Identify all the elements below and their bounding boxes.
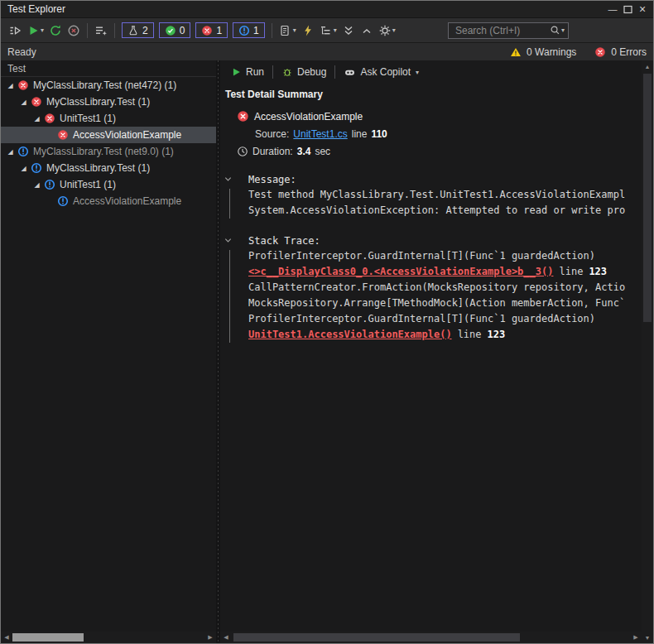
error-icon <box>237 110 249 123</box>
stack-frame-link[interactable]: UnitTest1.AccessViolationExample() <box>248 329 452 340</box>
expander-icon[interactable]: ◢ <box>31 181 43 189</box>
settings-caret-icon[interactable]: ▾ <box>293 26 296 34</box>
search-box[interactable]: ▾ <box>448 22 569 39</box>
scrollbar-thumb[interactable] <box>233 633 520 642</box>
debug-button[interactable]: Debug <box>278 66 329 78</box>
run-after-build-icon[interactable] <box>300 22 316 40</box>
scroll-right-icon[interactable]: ▶ <box>204 632 216 643</box>
stack-frame: MocksRepository.Arrange[TMethodMock](Act… <box>248 296 642 311</box>
bug-icon <box>281 66 293 78</box>
cancel-icon[interactable] <box>65 22 82 40</box>
group-by-icon[interactable]: ▾ <box>318 22 339 40</box>
section-rule <box>229 189 230 219</box>
source-line-number: 110 <box>371 128 387 140</box>
check-circle-icon <box>165 25 176 36</box>
message-label: Message: <box>248 172 642 187</box>
vertical-scrollbar[interactable]: ▲ ▼ <box>642 60 653 643</box>
errors-icon <box>594 46 606 58</box>
run-icon[interactable]: ▾ <box>25 22 46 40</box>
stack-frame: UnitTest1.AccessViolationExample()line12… <box>248 327 642 343</box>
collapse-chevron-icon[interactable] <box>224 172 233 187</box>
tree-row-selected[interactable]: AccessViolationExample <box>1 127 216 143</box>
tree-row[interactable]: ◢ MyClassLibrary.Test (1) <box>1 94 216 110</box>
tree-column-header[interactable]: Test <box>1 60 216 77</box>
scrollbar-thumb[interactable] <box>12 633 84 642</box>
status-right: 0 Warnings 0 Errors <box>510 46 647 58</box>
tree-row[interactable]: ◢ MyClassLibrary.Test (net472) (1) <box>1 77 216 94</box>
tree-row-label: MyClassLibrary.Test (net9.0) (1) <box>33 146 174 157</box>
detail-horizontal-scrollbar[interactable]: ◀ ▶ <box>220 632 642 643</box>
playlist-icon[interactable] <box>93 22 109 40</box>
search-icon[interactable] <box>550 25 560 36</box>
warnings-count[interactable]: 0 Warnings <box>527 46 576 58</box>
source-file-link[interactable]: UnitTest1.cs <box>293 128 347 140</box>
scroll-left-icon[interactable]: ◀ <box>220 632 232 643</box>
run-button[interactable]: Run <box>227 66 267 78</box>
stack-frame: ProfilerInterceptor.GuardInternal[T](Fun… <box>248 311 642 327</box>
error-icon <box>17 79 30 91</box>
scrollbar-thumb[interactable] <box>643 74 652 322</box>
expander-icon[interactable]: ◢ <box>17 165 30 172</box>
tree-row-label: UnitTest1 (1) <box>60 113 116 124</box>
stack-frame-link[interactable]: <>c__DisplayClass0_0.<AccessViolationExa… <box>248 266 553 277</box>
error-icon <box>56 129 70 141</box>
filter-total-badge[interactable]: 2 <box>122 22 154 38</box>
group-by-caret-icon[interactable]: ▾ <box>334 26 337 34</box>
test-detail-pane: Run Debug Ask Copilot ▾ Test Detail Summ… <box>220 60 642 643</box>
tree-row-label: AccessViolationExample <box>73 129 181 141</box>
expander-icon[interactable]: ◢ <box>17 99 30 106</box>
ask-copilot-button[interactable]: Ask Copilot ▾ <box>340 66 422 79</box>
repeat-last-run-icon[interactable] <box>47 22 64 40</box>
collapse-all-icon[interactable] <box>358 22 375 40</box>
tree-row-label: MyClassLibrary.Test (net472) (1) <box>33 79 176 91</box>
close-icon[interactable]: × <box>635 2 650 16</box>
gear-caret-icon[interactable]: ▾ <box>392 26 396 34</box>
detail-summary-title: Test Detail Summary <box>225 89 642 100</box>
toolbar-separator <box>87 23 88 38</box>
search-caret-icon[interactable]: ▾ <box>561 26 565 34</box>
scroll-right-icon[interactable]: ▶ <box>630 632 642 643</box>
collapse-chevron-icon[interactable] <box>224 233 233 248</box>
clock-icon <box>237 146 248 157</box>
duration-unit: sec <box>315 146 330 157</box>
filter-passed-badge[interactable]: 0 <box>159 22 191 38</box>
tree-row[interactable]: ◢ MyClassLibrary.Test (net9.0) (1) <box>1 143 216 160</box>
expand-all-icon[interactable] <box>340 22 357 40</box>
settings-gear-icon[interactable]: ▾ <box>377 22 397 40</box>
stack-frame: CallPatternCreator.FromAction(MocksRepos… <box>248 280 642 296</box>
run-dropdown-caret-icon[interactable]: ▾ <box>41 26 44 34</box>
stack-trace-section: Stack Trace: ProfilerInterceptor.GuardIn… <box>220 233 642 343</box>
tree-row[interactable]: ◢ UnitTest1 (1) <box>1 110 216 127</box>
test-run-settings-icon[interactable]: ▾ <box>277 22 298 40</box>
expander-icon[interactable]: ◢ <box>31 115 43 123</box>
scroll-left-icon[interactable]: ◀ <box>1 632 12 643</box>
test-tree-pane: Test ◢ MyClassLibrary.Test (net472) (1) … <box>1 60 216 643</box>
test-name-row: AccessViolationExample <box>220 110 642 123</box>
tree-row[interactable]: ◢ UnitTest1 (1) <box>1 176 216 193</box>
message-section: Message: Test method MyClassLibrary.Test… <box>220 172 642 219</box>
copilot-caret-icon[interactable]: ▾ <box>416 69 419 76</box>
toolbar-separator <box>334 65 335 79</box>
passed-count: 0 <box>180 25 185 36</box>
scrollbar-track[interactable] <box>12 632 204 643</box>
expander-icon[interactable]: ◢ <box>4 148 17 156</box>
minimize-icon[interactable]: — <box>605 2 620 16</box>
search-input[interactable] <box>454 24 550 37</box>
run-all-tests-icon[interactable] <box>7 22 23 40</box>
tree-horizontal-scrollbar[interactable]: ◀ ▶ <box>1 632 216 643</box>
scroll-up-icon[interactable]: ▲ <box>642 60 653 72</box>
tree-row[interactable]: AccessViolationExample <box>1 193 216 209</box>
errors-count[interactable]: 0 Errors <box>611 46 647 58</box>
filter-failed-badge[interactable]: 1 <box>195 22 228 38</box>
titlebar: Test Explorer — × <box>1 1 653 17</box>
error-icon <box>30 96 43 108</box>
expander-icon[interactable]: ◢ <box>4 82 17 89</box>
scrollbar-track[interactable] <box>232 632 630 643</box>
source-row: Source: UnitTest1.cs line 110 <box>220 128 642 140</box>
maximize-icon[interactable] <box>620 2 635 16</box>
filter-notrun-badge[interactable]: 1 <box>233 22 265 38</box>
scroll-down-icon[interactable]: ▼ <box>642 632 653 643</box>
toolbar-separator <box>272 65 273 79</box>
tree-row[interactable]: ◢ MyClassLibrary.Test (1) <box>1 160 216 176</box>
scrollbar-track[interactable] <box>642 72 653 632</box>
